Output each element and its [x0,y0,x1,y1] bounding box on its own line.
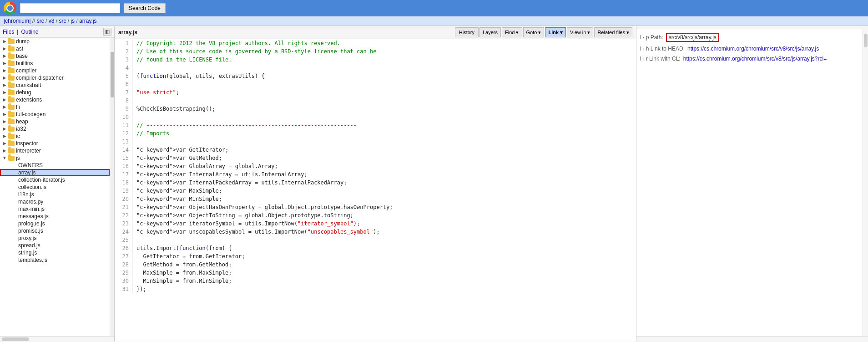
sidebar-file-max-min.js[interactable]: max-min.js [0,205,110,213]
breadcrumb-src2[interactable]: src [59,18,66,24]
right-panel-bottom-scrollbar[interactable] [636,336,868,342]
expand-icon: ▶ [2,68,7,73]
code-content[interactable]: 1// Copyright 2012 the V8 project author… [115,39,636,342]
code-lines: 1// Copyright 2012 the V8 project author… [115,39,636,293]
line-number: 26 [115,244,133,252]
path-row: l · p Path: src/v8/src/js/array.js [640,33,859,42]
folder-label: heap [16,118,28,125]
sidebar-collapse-button[interactable]: ◧ [103,28,111,36]
sidebar-folder-debug[interactable]: ▶debug [0,89,110,96]
breadcrumb-v8[interactable]: v8 [49,18,55,24]
sidebar-file-i18n.js[interactable]: i18n.js [0,191,110,198]
line-number: 5 [115,72,133,80]
sidebar-folder-ic[interactable]: ▶ic [0,133,110,140]
sidebar-folder-ia32[interactable]: ▶ia32 [0,125,110,133]
folder-label: ic [16,133,20,139]
sidebar-outline-link[interactable]: Outline [21,29,38,35]
file-label: i18n.js [18,191,34,198]
sidebar-folder-js[interactable]: ▼js [0,154,110,162]
folder-label: interpreter [16,148,41,154]
line-code: "c-keyword">var GetMethod; [133,154,636,162]
folder-icon [8,119,15,124]
expand-icon: ▶ [2,112,7,117]
file-label: prologue.js [18,220,45,227]
expand-icon: ▶ [2,39,7,44]
sidebar-scrollbar[interactable] [110,38,114,336]
search-button[interactable]: Search Code [124,3,166,13]
breadcrumb-chromium[interactable]: [chromium] [4,18,30,24]
link-cl-value[interactable]: https://cs.chromium.org/chromium/src/v8/… [683,56,827,62]
sidebar-folder-base[interactable]: ▶base [0,52,110,60]
viewin-button[interactable]: View in ▾ [567,27,593,37]
sidebar-file-prologue.js[interactable]: prologue.js [0,220,110,227]
sidebar-folder-inspector[interactable]: ▶inspector [0,140,110,147]
sidebar-folder-builtins[interactable]: ▶builtins [0,60,110,67]
sidebar-folder-compiler-dispatcher[interactable]: ▶compiler-dispatcher [0,74,110,82]
line-number: 8 [115,97,133,105]
goto-button[interactable]: Goto ▾ [523,27,545,37]
file-label: spread.js [18,242,40,249]
line-code [133,97,636,105]
folder-icon [8,156,15,161]
sidebar-file-proxy.js[interactable]: proxy.js [0,235,110,242]
table-row: 24"c-keyword">var unscopablesSymbol = ut… [115,228,636,236]
folder-label: ffi [16,104,20,110]
sidebar-file-array.js[interactable]: array.js [0,169,110,176]
line-code: // -------------------------------------… [133,121,636,129]
breadcrumb-file[interactable]: array.js [79,18,96,24]
sidebar-folder-compiler[interactable]: ▶compiler [0,67,110,74]
sidebar-file-spread.js[interactable]: spread.js [0,242,110,249]
sidebar-folder-ffi[interactable]: ▶ffi [0,103,110,111]
table-row: 11// -----------------------------------… [115,121,636,129]
sidebar-file-OWNERS[interactable]: OWNERS [0,162,110,169]
line-number: 25 [115,236,133,244]
sidebar-file-collection.js[interactable]: collection.js [0,184,110,191]
sidebar-files-link[interactable]: Files [3,29,14,35]
sidebar-file-macros.py[interactable]: macros.py [0,198,110,205]
folder-label: base [16,53,28,59]
sidebar-file-promise.js[interactable]: promise.js [0,227,110,235]
file-label: max-min.js [18,206,45,212]
expand-icon: ▶ [2,61,7,66]
folder-label: ia32 [16,126,26,132]
link-button[interactable]: Link ▾ [545,27,566,37]
line-code: MinSimple = from.MinSimple; [133,277,636,285]
sidebar-folder-heap[interactable]: ▶heap [0,118,110,125]
right-panel-vscroll[interactable] [863,29,868,336]
table-row: 20"c-keyword">var MinSimple; [115,195,636,203]
topbar: Search Code [0,0,868,16]
find-button[interactable]: Find ▾ [502,27,522,37]
link-head-value[interactable]: https://cs.chromium.org/chromium/src/v8/… [687,46,819,52]
right-panel-wrapper: l · p Path: src/v8/src/js/array.js l · h… [636,29,868,336]
layers-button[interactable]: Layers [479,27,501,37]
table-row: 19"c-keyword">var MaxSimple; [115,187,636,195]
sidebar-file-collection-iterator.js[interactable]: collection-iterator.js [0,176,110,184]
breadcrumb-src[interactable]: src [37,18,44,24]
sidebar-bottom-scrollbar[interactable] [0,336,114,342]
sidebar-file-string.js[interactable]: string.js [0,249,110,256]
related-files-button[interactable]: Related files ▾ [594,27,632,37]
line-code: "use strict"; [133,88,636,97]
sidebar-folder-extensions[interactable]: ▶extensions [0,96,110,103]
history-button[interactable]: History [455,27,479,37]
table-row: 29 MaxSimple = from.MaxSimple; [115,269,636,277]
line-number: 11 [115,121,133,129]
sidebar-tree: ▶dump▶ast▶base▶builtins▶compiler▶compile… [0,38,110,336]
link-head-row: l · h Link to HEAD: https://cs.chromium.… [640,46,859,52]
sidebar-folder-crankshaft[interactable]: ▶crankshaft [0,82,110,89]
line-code: // Copyright 2012 the V8 project authors… [133,39,636,47]
folder-icon [8,134,15,139]
sidebar-file-messages.js[interactable]: messages.js [0,213,110,220]
table-row: 10 [115,113,636,121]
chrome-logo [4,2,16,15]
sidebar-file-templates.js[interactable]: templates.js [0,256,110,264]
sidebar-folder-interpreter[interactable]: ▶interpreter [0,147,110,154]
breadcrumb-js[interactable]: js [71,18,75,24]
search-input[interactable] [20,3,120,13]
sidebar-folder-full-codegen[interactable]: ▶full-codegen [0,111,110,118]
right-panel-content: l · p Path: src/v8/src/js/array.js l · h… [636,29,863,336]
line-number: 12 [115,129,133,138]
sidebar-folder-ast[interactable]: ▶ast [0,45,110,52]
table-row: 15"c-keyword">var GetMethod; [115,154,636,162]
sidebar-folder-dump[interactable]: ▶dump [0,38,110,45]
